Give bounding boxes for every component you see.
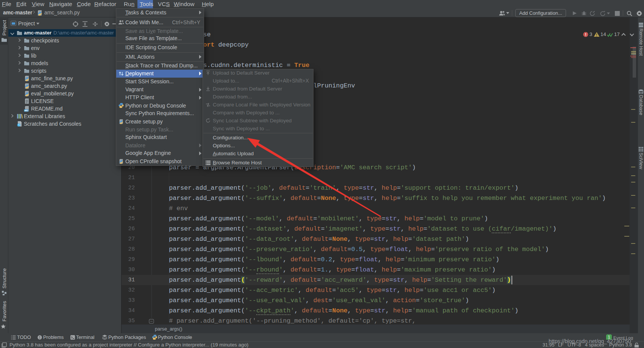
svg-text:MD: MD [25, 109, 28, 112]
